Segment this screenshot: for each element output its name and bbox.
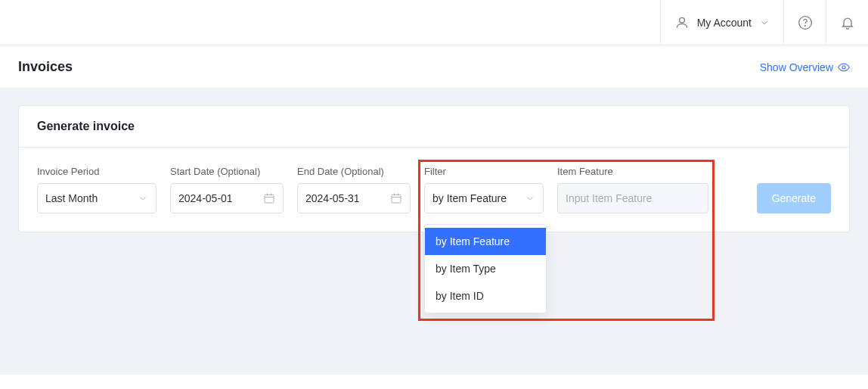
filter-value: by Item Feature [432, 192, 507, 204]
filter-option[interactable]: by Item Feature [425, 228, 546, 255]
card-body: Invoice Period Last Month Start Date (Op… [19, 148, 849, 232]
field-start-date: Start Date (Optional) 2024-05-01 [170, 166, 284, 213]
help-button[interactable] [783, 0, 826, 45]
invoice-period-value: Last Month [45, 192, 98, 204]
start-date-value: 2024-05-01 [178, 192, 233, 204]
calendar-icon [390, 192, 402, 204]
filter-label: Filter [424, 166, 544, 177]
chevron-down-icon [138, 193, 148, 204]
end-date-label: End Date (Optional) [297, 166, 411, 177]
item-feature-label: Item Feature [557, 166, 708, 177]
svg-point-0 [679, 17, 684, 23]
user-icon [674, 15, 690, 30]
generate-invoice-card: Generate invoice Invoice Period Last Mon… [18, 105, 850, 232]
calendar-icon [263, 192, 275, 204]
item-feature-placeholder: Input Item Feature [566, 192, 652, 204]
account-label: My Account [697, 17, 752, 29]
chevron-down-icon [525, 193, 535, 204]
filter-option[interactable]: by Item Type [425, 255, 546, 282]
item-feature-input[interactable]: Input Item Feature [557, 183, 708, 213]
eye-icon [838, 63, 850, 72]
start-date-input[interactable]: 2024-05-01 [170, 183, 284, 213]
topbar: My Account [0, 0, 868, 45]
show-overview-label: Show Overview [760, 61, 833, 73]
svg-rect-4 [265, 194, 274, 203]
svg-point-2 [804, 25, 805, 26]
svg-rect-8 [392, 194, 401, 203]
bell-icon [840, 15, 855, 30]
page-title: Invoices [18, 59, 73, 75]
filter-select[interactable]: by Item Feature [424, 183, 544, 213]
filter-option[interactable]: by Item ID [425, 282, 546, 310]
invoice-period-select[interactable]: Last Month [37, 183, 157, 213]
svg-point-3 [842, 66, 845, 69]
chevron-down-icon [759, 17, 770, 28]
end-date-value: 2024-05-31 [305, 192, 360, 204]
start-date-label: Start Date (Optional) [170, 166, 284, 177]
end-date-input[interactable]: 2024-05-31 [297, 183, 411, 213]
invoice-period-label: Invoice Period [37, 166, 157, 177]
help-icon [798, 15, 813, 30]
card-title: Generate invoice [19, 106, 849, 148]
field-end-date: End Date (Optional) 2024-05-31 [297, 166, 411, 213]
account-menu[interactable]: My Account [660, 0, 783, 45]
page-header: Invoices Show Overview [0, 45, 868, 87]
generate-button[interactable]: Generate [757, 183, 831, 213]
content-area: Generate invoice Invoice Period Last Mon… [0, 87, 868, 375]
field-item-feature: Item Feature Input Item Feature [557, 166, 708, 213]
notifications-button[interactable] [826, 0, 868, 45]
filter-dropdown: by Item Featureby Item Typeby Item ID [424, 224, 547, 313]
field-invoice-period: Invoice Period Last Month [37, 166, 157, 213]
field-filter: Filter by Item Feature [424, 166, 544, 213]
show-overview-link[interactable]: Show Overview [760, 61, 850, 73]
